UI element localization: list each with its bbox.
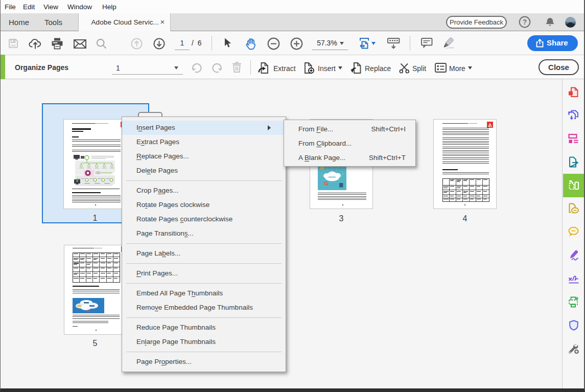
svg-text:?: ? [523, 18, 527, 26]
